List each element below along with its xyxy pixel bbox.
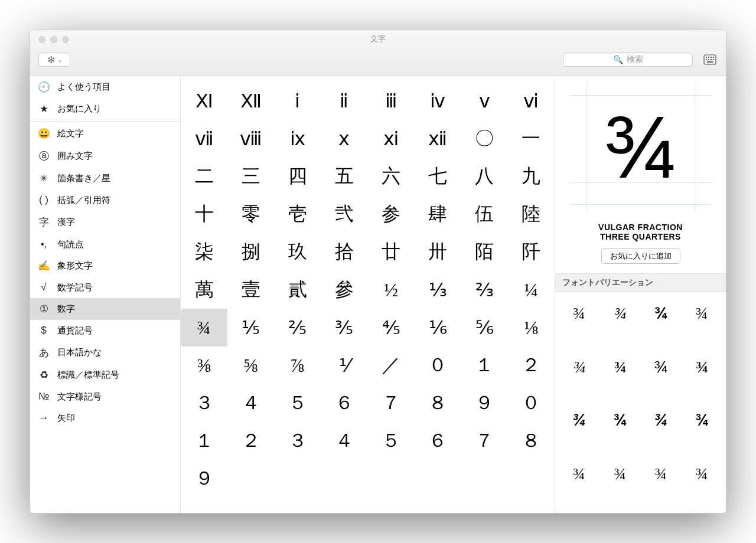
character-cell[interactable]: ８	[508, 422, 555, 460]
sidebar-item-category[interactable]: ♻標識／標準記号	[30, 364, 180, 386]
character-cell[interactable]: ⅘	[368, 309, 415, 346]
font-variation-cell[interactable]: ¾	[683, 457, 721, 490]
sidebar-item-category[interactable]: →矢印	[30, 407, 180, 428]
character-cell[interactable]: ⅻ	[415, 120, 461, 158]
character-cell[interactable]: ⅕	[227, 309, 274, 346]
sidebar-item-category[interactable]: 字漢字	[30, 211, 180, 234]
sidebar-item-category[interactable]: $通貨記号	[30, 320, 180, 341]
character-cell[interactable]: 九	[508, 158, 555, 195]
sidebar-item-category[interactable]: №文字様記号	[30, 386, 180, 407]
character-cell[interactable]: ⅳ	[415, 82, 461, 120]
character-cell[interactable]: 參	[321, 271, 367, 309]
font-variation-cell[interactable]: ¾	[560, 351, 598, 384]
character-cell[interactable]: ⅛	[508, 309, 555, 346]
character-cell[interactable]: ３	[181, 384, 227, 422]
character-cell[interactable]: ⅜	[181, 346, 227, 384]
font-variation-cell[interactable]: ¾	[601, 457, 639, 490]
sidebar-item-category[interactable]: 😀絵文字	[30, 123, 180, 145]
character-cell[interactable]: １	[181, 422, 227, 460]
character-cell[interactable]: 二	[181, 158, 227, 195]
character-cell[interactable]: ⅴ	[461, 82, 508, 120]
font-variation-cell[interactable]: ¾	[560, 457, 598, 490]
character-cell[interactable]: ２	[227, 422, 274, 460]
character-cell[interactable]: ⅞	[274, 346, 321, 384]
character-cell[interactable]: 貳	[274, 271, 321, 309]
character-cell[interactable]: 参	[368, 195, 415, 233]
font-variation-cell[interactable]: ¾	[642, 404, 680, 437]
character-cell[interactable]: ⅷ	[227, 120, 274, 158]
character-cell[interactable]: ⅓	[415, 271, 461, 309]
character-grid[interactable]: ⅪⅫⅰⅱⅲⅳⅴⅵⅶⅷⅸⅹⅺⅻ〇一二三四五六七八九十零壱弐参肆伍陸柒捌玖拾廿卅陌阡…	[181, 76, 555, 513]
character-cell[interactable]: ⅶ	[181, 120, 227, 158]
character-cell[interactable]: ９	[461, 384, 508, 422]
character-cell[interactable]: ４	[321, 422, 367, 460]
character-cell[interactable]: ９	[181, 460, 227, 498]
character-cell[interactable]: 捌	[227, 233, 274, 271]
character-cell[interactable]: ⅟	[321, 346, 367, 384]
font-variation-cell[interactable]: ¾	[560, 404, 598, 437]
character-cell[interactable]: ⅹ	[321, 120, 367, 158]
character-cell[interactable]: 壹	[227, 271, 274, 309]
character-cell[interactable]: 十	[181, 195, 227, 233]
character-cell[interactable]: ６	[321, 384, 367, 422]
character-cell[interactable]: Ⅻ	[227, 82, 274, 120]
character-cell[interactable]: 七	[415, 158, 461, 195]
font-variation-cell[interactable]: ¾	[683, 297, 721, 330]
font-variation-cell[interactable]: ¾	[683, 404, 721, 437]
character-cell[interactable]: 零	[227, 195, 274, 233]
sidebar-item-category[interactable]: ⓐ囲み文字	[30, 145, 180, 168]
add-to-favorites-button[interactable]: お気に入りに追加	[601, 248, 680, 264]
character-cell[interactable]: 三	[227, 158, 274, 195]
character-cell[interactable]: ⅰ	[274, 82, 321, 120]
sidebar-item-category[interactable]: •,句読点	[30, 234, 180, 255]
font-variation-cell[interactable]: ¾	[642, 351, 680, 384]
font-variation-cell[interactable]: ¾	[642, 457, 680, 490]
character-cell[interactable]: 柒	[181, 233, 227, 271]
sidebar-item-category[interactable]: ①数字	[30, 298, 180, 320]
sidebar-item-frequent[interactable]: 🕘 よく使う項目	[30, 76, 180, 98]
character-cell[interactable]: 阡	[508, 233, 555, 271]
sidebar-item-category[interactable]: ✍象形文字	[30, 255, 180, 277]
sidebar-item-category[interactable]: ( )括弧／引用符	[30, 189, 180, 211]
character-cell[interactable]: 〇	[461, 120, 508, 158]
character-cell[interactable]: ⅵ	[508, 82, 555, 120]
character-cell[interactable]: ⅲ	[368, 82, 415, 120]
character-cell[interactable]: １	[461, 346, 508, 384]
character-cell[interactable]: ０	[415, 346, 461, 384]
character-cell[interactable]: ⅱ	[321, 82, 367, 120]
character-cell[interactable]: ７	[368, 384, 415, 422]
character-cell[interactable]: 六	[368, 158, 415, 195]
character-cell[interactable]: ⅔	[461, 271, 508, 309]
settings-menu-button[interactable]: ✻ ⌄	[38, 53, 70, 67]
font-variation-cell[interactable]: ¾	[601, 297, 639, 330]
character-cell[interactable]: 五	[321, 158, 367, 195]
sidebar-item-category[interactable]: ✳箇条書き／星	[30, 168, 180, 189]
character-cell[interactable]: 陌	[461, 233, 508, 271]
character-cell[interactable]: ７	[461, 422, 508, 460]
character-cell[interactable]: ⅖	[274, 309, 321, 346]
character-cell[interactable]: 一	[508, 120, 555, 158]
character-cell[interactable]: 拾	[321, 233, 367, 271]
character-cell[interactable]: ½	[368, 271, 415, 309]
character-cell[interactable]: 弐	[321, 195, 367, 233]
font-variation-cell[interactable]: ¾	[601, 351, 639, 384]
sidebar-item-favorites[interactable]: ★ お気に入り	[30, 98, 180, 120]
font-variation-cell[interactable]: ¾	[560, 297, 598, 330]
character-cell[interactable]: Ⅺ	[181, 82, 227, 120]
character-cell[interactable]: ¼	[508, 271, 555, 309]
sidebar-item-category[interactable]: あ日本語かな	[30, 341, 180, 364]
character-cell[interactable]: ⅺ	[368, 120, 415, 158]
character-cell[interactable]: ５	[274, 384, 321, 422]
character-cell[interactable]: 萬	[181, 271, 227, 309]
character-cell[interactable]: ５	[368, 422, 415, 460]
character-cell[interactable]: ２	[508, 346, 555, 384]
font-variation-cell[interactable]: ¾	[683, 351, 721, 384]
character-cell[interactable]: 壱	[274, 195, 321, 233]
character-cell[interactable]: ⅝	[227, 346, 274, 384]
character-cell[interactable]: ４	[227, 384, 274, 422]
character-cell[interactable]: 八	[461, 158, 508, 195]
character-cell[interactable]: 四	[274, 158, 321, 195]
character-cell[interactable]: 玖	[274, 233, 321, 271]
character-cell[interactable]: ⅗	[321, 309, 367, 346]
font-variation-cell[interactable]: ¾	[601, 404, 639, 437]
